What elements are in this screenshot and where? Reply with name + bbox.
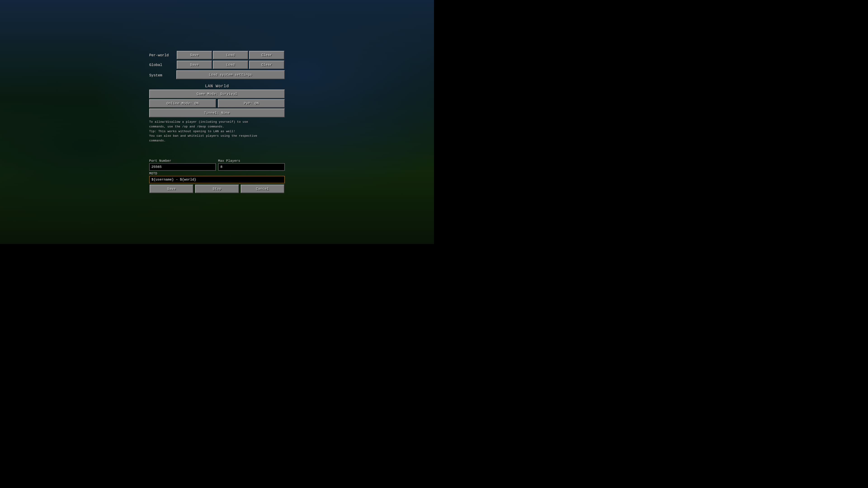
global-load-button[interactable]: Load [213, 61, 248, 69]
motd-group: MOTD [149, 171, 285, 183]
max-players-group: Max Players [218, 159, 285, 170]
global-buttons: Save Load Clear [176, 61, 285, 69]
global-label: Global [149, 63, 176, 67]
system-row: System Load system settings [149, 70, 285, 80]
game-mode-button[interactable]: Game Mode: Survival [149, 90, 285, 98]
port-max-row: Port Number Max Players [149, 159, 285, 170]
pvp-button[interactable]: PvP: ON [218, 99, 285, 108]
per-world-buttons: Save Load Clear [176, 51, 285, 59]
global-clear-button[interactable]: Clear [249, 61, 284, 69]
per-world-label: Per-world [149, 53, 176, 57]
motd-input[interactable] [149, 176, 285, 183]
global-row: Global Save Load Clear [149, 61, 285, 69]
max-players-label: Max Players [218, 159, 285, 162]
save-button[interactable]: Save [150, 185, 193, 193]
port-input[interactable] [149, 163, 216, 170]
per-world-save-button[interactable]: Save [177, 51, 212, 59]
port-label: Port Number [149, 159, 216, 162]
main-panel: Per-world Save Load Clear Global Save Lo… [149, 51, 285, 193]
load-system-settings-button[interactable]: Load system settings [176, 70, 285, 79]
action-row: Save Stop Cancel [149, 185, 285, 193]
spacer [149, 145, 285, 159]
stop-button[interactable]: Stop [195, 185, 239, 193]
motd-label: MOTD [149, 171, 285, 175]
info-text: To allow/disallow a player (including yo… [149, 120, 285, 143]
port-group: Port Number [149, 159, 216, 170]
online-mode-button[interactable]: Online Mode: ON [149, 99, 216, 108]
cancel-button[interactable]: Cancel [241, 185, 284, 193]
system-buttons: Load system settings [176, 70, 285, 80]
global-save-button[interactable]: Save [177, 61, 212, 69]
system-label: System [149, 73, 176, 77]
per-world-row: Per-world Save Load Clear [149, 51, 285, 59]
max-players-input[interactable] [218, 163, 285, 170]
per-world-clear-button[interactable]: Clear [249, 51, 284, 59]
lan-world-title: LAN World [149, 84, 285, 88]
per-world-load-button[interactable]: Load [213, 51, 248, 59]
tunnel-button[interactable]: Tunnel: None [149, 109, 285, 118]
